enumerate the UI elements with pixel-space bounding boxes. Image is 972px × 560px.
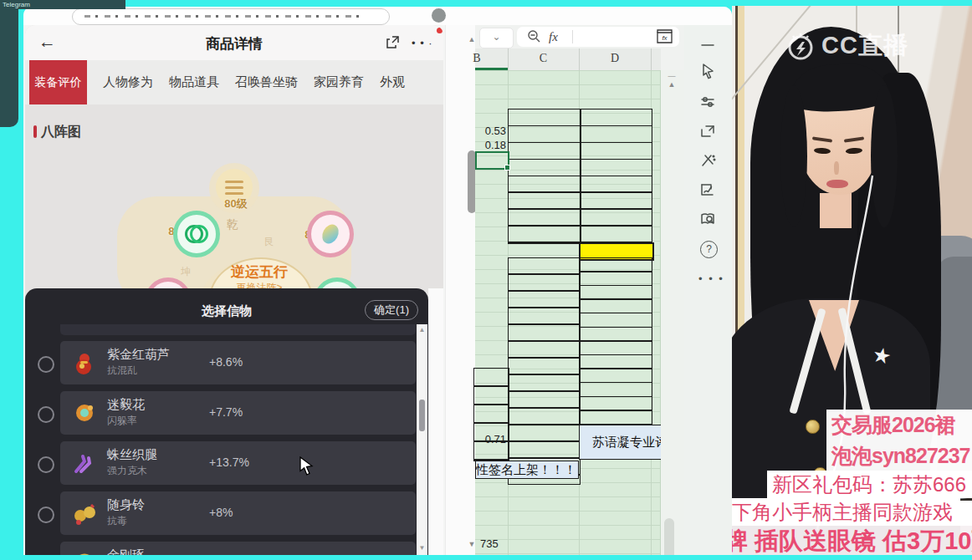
sheet-scrollbar-thumb[interactable] <box>664 518 674 555</box>
divider <box>651 48 652 70</box>
bordered-block <box>473 368 509 461</box>
sheet-margin <box>661 70 684 555</box>
cursor-select-icon[interactable] <box>698 62 719 82</box>
item-bonus: +8% <box>209 506 233 519</box>
formula-bar: ⌄ fx fx <box>475 25 684 48</box>
split-handle[interactable]: — <box>663 72 680 80</box>
background-window-edge <box>0 0 18 127</box>
list-item[interactable]: 紫金红葫芦 抗混乱 +8.6% <box>60 341 416 384</box>
window-scrollbar[interactable]: ▲ ▼ <box>445 25 478 555</box>
radio-item-2[interactable] <box>38 406 54 423</box>
app-header: ← 商品详情 • • · <box>25 25 443 60</box>
tab-equip-review[interactable]: 装备评价 <box>29 60 87 104</box>
item-name: 紫金红葫芦 <box>107 347 170 363</box>
fill-handle[interactable] <box>504 165 510 171</box>
scroll-up-icon[interactable]: ▲ <box>417 326 427 333</box>
divider <box>572 30 573 43</box>
column-c-header[interactable]: C <box>508 52 579 65</box>
modal-scrollbar[interactable]: ▲ ▼ <box>417 324 427 555</box>
tab-character[interactable]: 人物修为 <box>103 74 153 90</box>
tab-home[interactable]: 家园养育 <box>314 74 364 90</box>
insert-function-icon[interactable]: fx <box>657 29 673 47</box>
spreadsheet-panel: ⌄ fx fx B C D <box>475 25 684 555</box>
overlay-contact: 交易服2026裙 泡泡syn827237 <box>826 410 972 473</box>
spider-legs-icon <box>71 450 98 476</box>
note-row[interactable]: 性签名上架！！！ <box>475 461 579 479</box>
level-label-top: 80级 <box>211 196 261 211</box>
sheet-grid[interactable]: 0.53 0.18 0.71 苏语凝专业评 性签名上架！！！ 735 <box>475 70 661 555</box>
item-name: 迷毅花 <box>107 397 145 413</box>
item-bonus: +8.6% <box>209 355 243 369</box>
radio-item-4[interactable] <box>38 507 54 523</box>
zoom-out-icon[interactable] <box>527 29 541 47</box>
cell-value[interactable]: 735 <box>480 537 499 550</box>
active-cell[interactable] <box>475 151 509 170</box>
capture-border-bottom <box>0 555 972 560</box>
more-menu-icon[interactable]: • • · <box>412 37 433 49</box>
panel-gutter <box>428 288 443 555</box>
scroll-down-icon[interactable]: ▼ <box>417 544 427 552</box>
section-marker <box>33 125 37 138</box>
slot-blue-feather[interactable] <box>307 211 354 257</box>
divider <box>579 48 580 70</box>
radio-item-3[interactable] <box>38 456 54 473</box>
item-attr: 闪躲率 <box>107 414 137 428</box>
svg-text:fx: fx <box>662 34 668 42</box>
tools-icon[interactable] <box>698 151 719 171</box>
column-d-header[interactable]: D <box>579 52 651 65</box>
scroll-up-icon[interactable]: ▲ <box>663 80 680 89</box>
overlay-line: 泡泡syn827237 <box>831 440 972 471</box>
formula-input[interactable]: fx fx <box>517 27 679 47</box>
list-item[interactable]: 随身铃 抗毒 +8% <box>60 491 416 535</box>
tab-appearance[interactable]: 外观 <box>380 74 405 90</box>
overlay-line: 交易服2026裙 <box>831 410 972 440</box>
formation-center-title: 逆运五行 <box>199 262 320 282</box>
bells-icon <box>71 500 98 527</box>
bordered-block <box>508 257 581 485</box>
flower-icon <box>71 400 98 426</box>
item-name: 蛛丝织腿 <box>107 447 157 463</box>
trigram-gen: 艮 <box>264 235 274 249</box>
url-text-smudge <box>84 15 361 18</box>
more-icon[interactable]: • • • <box>698 272 724 285</box>
book-search-icon[interactable] <box>698 210 719 230</box>
fx-label: fx <box>549 30 558 44</box>
avatar[interactable] <box>432 8 446 23</box>
list-item-partial <box>60 324 416 335</box>
name-box[interactable]: ⌄ <box>479 28 514 48</box>
bordered-block <box>579 257 652 426</box>
item-bonus: +13.7% <box>209 456 249 469</box>
tab-pets[interactable]: 召唤兽坐骑 <box>235 74 298 90</box>
capture-border-top <box>0 0 972 6</box>
tab-items[interactable]: 物品道具 <box>169 74 219 90</box>
slot-green-rings[interactable] <box>173 211 220 257</box>
divider <box>508 48 509 70</box>
adjust-sliders-icon[interactable] <box>698 93 719 113</box>
list-item[interactable]: 蛛丝织腿 强力克木 +13.7% <box>60 441 416 485</box>
token-picker-modal: 选择信物 确定(1) 紫金红葫芦 抗混乱 +8.6% 迷毅花 闪躲率 +7.7% <box>25 288 428 555</box>
confirm-button[interactable]: 确定(1) <box>365 300 418 320</box>
modal-scrollbar-thumb[interactable] <box>419 400 425 431</box>
cc-logo-text: CC直播 <box>821 29 908 63</box>
tab-bar: 装备评价 人物修为 物品道具 召唤兽坐骑 家园养育 外观 <box>25 60 443 104</box>
overlay-banner: 牌 插队送眼镜 估3万10万2 <box>732 526 972 555</box>
sheet-scrollbar-split[interactable]: — ▲ <box>663 72 680 89</box>
share-icon[interactable] <box>385 35 400 53</box>
minimize-icon[interactable] <box>698 35 719 55</box>
list-item[interactable]: 迷毅花 闪躲率 +7.7% <box>60 391 416 435</box>
frame-resize-icon[interactable] <box>698 122 719 142</box>
cell-value[interactable]: 0.53 <box>475 125 506 137</box>
desktop-window: ← 商品详情 • • · 装备评价 人物修为 物品道具 召唤兽坐骑 家园养育 外… <box>23 7 732 555</box>
page-title: 商品详情 <box>25 34 443 53</box>
cell-value[interactable]: 0.71 <box>475 433 506 445</box>
background-window-label: Telegram <box>3 1 30 8</box>
gourd-icon <box>71 349 98 376</box>
list-item[interactable]: 金刚琢 <box>60 542 416 555</box>
cell-value[interactable]: 0.18 <box>475 139 506 151</box>
column-b-header[interactable]: B <box>468 52 485 65</box>
help-icon[interactable]: ? <box>698 239 719 259</box>
item-attr: 强力克木 <box>107 464 147 478</box>
signature-icon[interactable] <box>698 181 719 201</box>
url-bar[interactable] <box>72 8 390 25</box>
radio-item-1[interactable] <box>38 356 54 373</box>
